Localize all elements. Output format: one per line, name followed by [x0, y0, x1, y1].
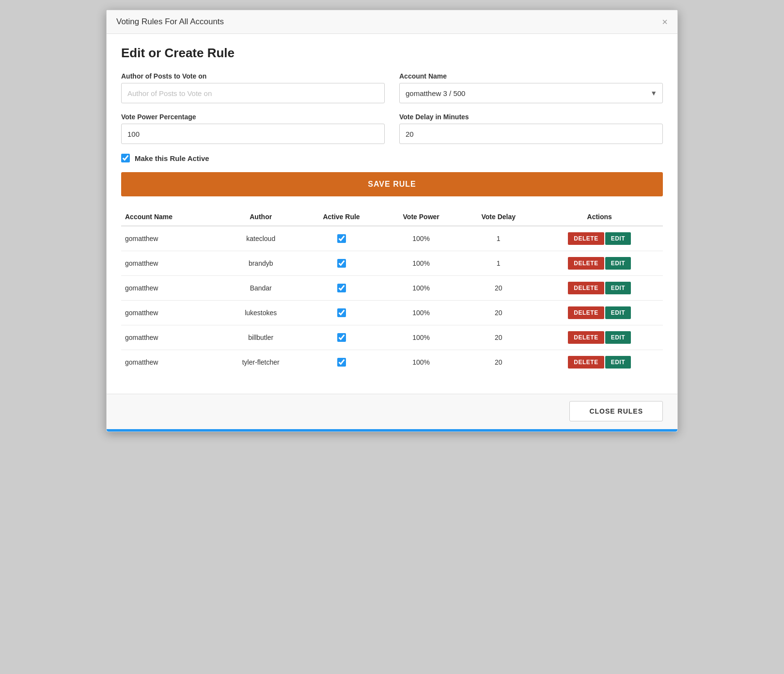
cell-actions: DELETE EDIT: [536, 276, 663, 301]
edit-button[interactable]: EDIT: [605, 282, 631, 294]
save-rule-button[interactable]: SAVE RULE: [121, 172, 663, 196]
delete-button[interactable]: DELETE: [568, 356, 604, 369]
modal-header: Voting Rules For All Accounts ×: [107, 10, 677, 34]
cell-vote-power: 100%: [381, 350, 461, 375]
cell-author: brandyb: [220, 251, 301, 276]
row-active-checkbox[interactable]: [337, 284, 346, 292]
rules-table: Account Name Author Active Rule Vote Pow…: [121, 208, 663, 374]
cell-account: gomatthew: [121, 276, 220, 301]
close-x-button[interactable]: ×: [662, 17, 668, 27]
section-title: Edit or Create Rule: [121, 46, 663, 61]
delete-button[interactable]: DELETE: [568, 232, 604, 245]
cell-actions: DELETE EDIT: [536, 226, 663, 251]
cell-vote-power: 100%: [381, 301, 461, 325]
col-author: Author: [220, 208, 301, 226]
vote-delay-label: Vote Delay in Minutes: [399, 113, 663, 121]
account-select-wrapper: gomatthew 3 / 500 ▼: [399, 83, 663, 103]
edit-button[interactable]: EDIT: [605, 257, 631, 270]
cell-vote-delay: 1: [461, 226, 536, 251]
col-vote-power: Vote Power: [381, 208, 461, 226]
cell-author: Bandar: [220, 276, 301, 301]
form-row-2: Vote Power Percentage Vote Delay in Minu…: [121, 113, 663, 144]
modal-footer: CLOSE RULES: [107, 394, 677, 429]
cell-vote-power: 100%: [381, 325, 461, 350]
account-select[interactable]: gomatthew 3 / 500: [399, 83, 663, 103]
active-rule-checkbox[interactable]: [121, 154, 130, 162]
modal-body: Edit or Create Rule Author of Posts to V…: [107, 34, 677, 394]
author-label: Author of Posts to Vote on: [121, 72, 385, 80]
cell-actions: DELETE EDIT: [536, 301, 663, 325]
author-input[interactable]: [121, 83, 385, 103]
edit-button[interactable]: EDIT: [605, 356, 631, 369]
modal-title: Voting Rules For All Accounts: [116, 17, 224, 27]
table-row: gomatthew lukestokes 100% 20 DELETE EDIT: [121, 301, 663, 325]
table-row: gomatthew brandyb 100% 1 DELETE EDIT: [121, 251, 663, 276]
form-row-1: Author of Posts to Vote on Account Name …: [121, 72, 663, 103]
cell-active: [301, 226, 382, 251]
cell-vote-delay: 1: [461, 251, 536, 276]
row-active-checkbox[interactable]: [337, 358, 346, 367]
table-row: gomatthew billbutler 100% 20 DELETE EDIT: [121, 325, 663, 350]
vote-delay-input[interactable]: [399, 124, 663, 144]
active-rule-label: Make this Rule Active: [135, 154, 209, 162]
cell-author: lukestokes: [220, 301, 301, 325]
cell-account: gomatthew: [121, 226, 220, 251]
row-active-checkbox[interactable]: [337, 259, 346, 268]
delete-button[interactable]: DELETE: [568, 331, 604, 344]
cell-account: gomatthew: [121, 350, 220, 375]
delete-button[interactable]: DELETE: [568, 282, 604, 294]
cell-active: [301, 350, 382, 375]
col-actions: Actions: [536, 208, 663, 226]
cell-active: [301, 251, 382, 276]
cell-vote-delay: 20: [461, 276, 536, 301]
cell-active: [301, 276, 382, 301]
row-active-checkbox[interactable]: [337, 234, 346, 243]
table-header-row: Account Name Author Active Rule Vote Pow…: [121, 208, 663, 226]
col-vote-delay: Vote Delay: [461, 208, 536, 226]
cell-vote-delay: 20: [461, 350, 536, 375]
col-active-rule: Active Rule: [301, 208, 382, 226]
vote-power-input[interactable]: [121, 124, 385, 144]
edit-button[interactable]: EDIT: [605, 306, 631, 319]
blue-accent-bar: [107, 429, 677, 432]
edit-button[interactable]: EDIT: [605, 232, 631, 245]
cell-vote-power: 100%: [381, 251, 461, 276]
table-row: gomatthew tyler-fletcher 100% 20 DELETE …: [121, 350, 663, 375]
vote-power-label: Vote Power Percentage: [121, 113, 385, 121]
cell-vote-delay: 20: [461, 325, 536, 350]
cell-account: gomatthew: [121, 325, 220, 350]
cell-vote-power: 100%: [381, 276, 461, 301]
close-rules-button[interactable]: CLOSE RULES: [569, 401, 663, 421]
cell-author: katecloud: [220, 226, 301, 251]
row-active-checkbox[interactable]: [337, 333, 346, 342]
cell-author: tyler-fletcher: [220, 350, 301, 375]
cell-active: [301, 325, 382, 350]
vote-delay-group: Vote Delay in Minutes: [399, 113, 663, 144]
account-label: Account Name: [399, 72, 663, 80]
cell-account: gomatthew: [121, 251, 220, 276]
delete-button[interactable]: DELETE: [568, 257, 604, 270]
table-row: gomatthew katecloud 100% 1 DELETE EDIT: [121, 226, 663, 251]
account-group: Account Name gomatthew 3 / 500 ▼: [399, 72, 663, 103]
col-account-name: Account Name: [121, 208, 220, 226]
cell-author: billbutler: [220, 325, 301, 350]
cell-actions: DELETE EDIT: [536, 350, 663, 375]
cell-actions: DELETE EDIT: [536, 325, 663, 350]
cell-actions: DELETE EDIT: [536, 251, 663, 276]
edit-button[interactable]: EDIT: [605, 331, 631, 344]
author-group: Author of Posts to Vote on: [121, 72, 385, 103]
cell-vote-power: 100%: [381, 226, 461, 251]
delete-button[interactable]: DELETE: [568, 306, 604, 319]
cell-vote-delay: 20: [461, 301, 536, 325]
active-rule-row: Make this Rule Active: [121, 154, 663, 162]
row-active-checkbox[interactable]: [337, 308, 346, 317]
modal-container: Voting Rules For All Accounts × Edit or …: [106, 10, 678, 432]
cell-account: gomatthew: [121, 301, 220, 325]
vote-power-group: Vote Power Percentage: [121, 113, 385, 144]
table-row: gomatthew Bandar 100% 20 DELETE EDIT: [121, 276, 663, 301]
cell-active: [301, 301, 382, 325]
